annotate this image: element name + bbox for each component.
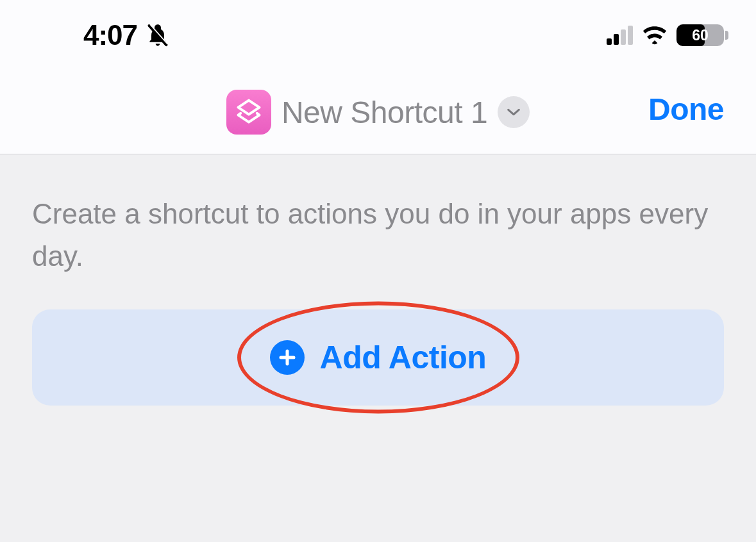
plus-circle-icon (270, 340, 305, 375)
silent-mode-icon (145, 22, 171, 48)
cellular-signal-icon (607, 26, 633, 45)
add-action-button[interactable]: Add Action (32, 309, 724, 406)
battery-percent: 60 (676, 24, 724, 46)
wifi-icon (642, 25, 668, 45)
add-action-label: Add Action (320, 339, 487, 376)
shortcut-title-group[interactable]: New Shortcut 1 (226, 90, 530, 135)
battery-indicator: 60 (676, 24, 724, 46)
status-left-group: 4:07 (83, 19, 171, 51)
hint-text: Create a shortcut to actions you do in y… (32, 193, 724, 277)
add-action-wrapper: Add Action (32, 309, 724, 406)
shortcut-title: New Shortcut 1 (281, 95, 487, 130)
status-time: 4:07 (83, 19, 137, 51)
navigation-bar: New Shortcut 1 Done (0, 64, 756, 154)
status-bar: 4:07 60 (0, 0, 756, 64)
shortcuts-app-icon (226, 90, 271, 135)
content-area: Create a shortcut to actions you do in y… (0, 154, 756, 444)
title-chevron-button[interactable] (498, 96, 530, 128)
done-button[interactable]: Done (648, 92, 724, 127)
status-right-group: 60 (607, 24, 724, 46)
